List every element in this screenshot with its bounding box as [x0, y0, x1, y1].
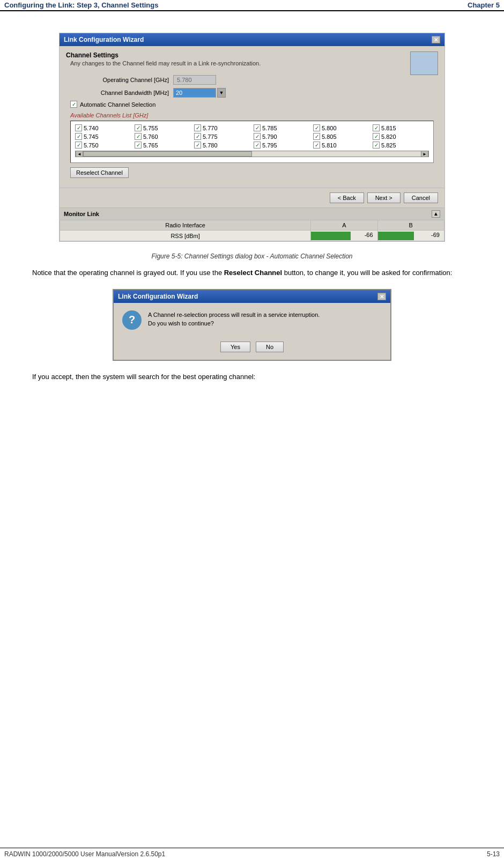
dialog2-title: Link Configuration Wizard: [118, 293, 198, 300]
back-btn[interactable]: < Back: [330, 192, 364, 203]
channel-item[interactable]: ✓5.765: [135, 142, 191, 149]
wizard1-title: Link Configuration Wizard: [64, 36, 144, 43]
channel-value: 5.790: [262, 134, 277, 140]
monitor-collapse-btn[interactable]: ▲: [432, 210, 440, 218]
channel-value: 5.795: [262, 142, 277, 149]
dialog2-no-btn[interactable]: No: [256, 342, 284, 352]
rss-b-bar: [378, 232, 414, 240]
channel-item[interactable]: ✓5.780: [194, 142, 250, 149]
rss-b-value: -69: [431, 232, 440, 238]
channel-item[interactable]: ✓5.775: [194, 133, 250, 140]
footer-left: RADWIN 1000/2000/5000 User ManualVersion…: [4, 850, 165, 858]
channel-checkbox[interactable]: ✓: [75, 133, 82, 140]
channel-bandwidth-label: Channel Bandwidth [MHz]: [66, 90, 173, 96]
channel-checkbox[interactable]: ✓: [135, 133, 142, 140]
cancel-btn[interactable]: Cancel: [404, 192, 438, 203]
rss-a-value: -66: [365, 232, 373, 238]
auto-channel-checkbox[interactable]: ✓: [70, 101, 77, 108]
monitor-link-title: Monitor Link: [64, 211, 99, 217]
dialog2: Link Configuration Wizard ✕ ? A Channel …: [113, 289, 391, 361]
rss-row: RSS [dBm] -66 -69: [60, 231, 444, 241]
channel-checkbox[interactable]: ✓: [254, 142, 261, 149]
channel-item[interactable]: ✓5.740: [75, 124, 131, 131]
channel-checkbox[interactable]: ✓: [254, 124, 261, 131]
rss-a-cell: -66: [311, 231, 377, 241]
channel-checkbox[interactable]: ✓: [135, 142, 142, 149]
screenshot-wizard1: Link Configuration Wizard ✕ Channel Sett…: [59, 33, 445, 242]
channels-scrollbar[interactable]: ◄ ►: [75, 151, 429, 157]
channel-item[interactable]: ✓5.815: [373, 124, 429, 131]
page-content: Link Configuration Wizard ✕ Channel Sett…: [0, 11, 504, 513]
channel-item[interactable]: ✓5.825: [373, 142, 429, 149]
channel-checkbox[interactable]: ✓: [373, 142, 380, 149]
page-spacer: [32, 389, 472, 496]
channel-checkbox[interactable]: ✓: [373, 133, 380, 140]
channel-bandwidth-value: 20: [176, 90, 182, 96]
operating-channel-value: 5.780: [173, 75, 216, 85]
channel-settings-desc: Any changes to the Channel field may res…: [70, 60, 438, 66]
channel-item[interactable]: ✓5.820: [373, 133, 429, 140]
channel-item[interactable]: ✓5.790: [254, 133, 310, 140]
body-text2: If you accept, then the system will sear…: [32, 372, 472, 382]
scrollbar-right-btn[interactable]: ►: [421, 151, 428, 157]
channel-value: 5.755: [143, 125, 158, 131]
channel-item[interactable]: ✓5.760: [135, 133, 191, 140]
channel-item[interactable]: ✓5.795: [254, 142, 310, 149]
channel-checkbox[interactable]: ✓: [194, 124, 201, 131]
channel-value: 5.740: [84, 125, 99, 131]
channel-item[interactable]: ✓5.805: [313, 133, 369, 140]
scrollbar-left-btn[interactable]: ◄: [76, 151, 83, 157]
wizard1-icon: [410, 51, 438, 75]
channel-checkbox[interactable]: ✓: [194, 133, 201, 140]
rss-b-cell: -69: [377, 231, 444, 241]
dialog2-line1: A Channel re-selection process will resu…: [148, 310, 320, 320]
channel-checkbox[interactable]: ✓: [75, 142, 82, 149]
channel-checkbox[interactable]: ✓: [194, 142, 201, 149]
col-b: B: [377, 220, 444, 231]
next-btn[interactable]: Next >: [367, 192, 401, 203]
channel-checkbox[interactable]: ✓: [135, 124, 142, 131]
reselect-channel-btn[interactable]: Reselect Channel: [70, 167, 129, 178]
channel-item[interactable]: ✓5.755: [135, 124, 191, 131]
body-text1: Notice that the operating channel is gra…: [32, 268, 472, 278]
col-a: A: [311, 220, 377, 231]
monitor-table: Radio Interface A B RSS [dBm] -66 -69: [60, 220, 444, 241]
dialog2-yes-btn[interactable]: Yes: [220, 342, 250, 352]
channel-checkbox[interactable]: ✓: [373, 124, 380, 131]
wizard1-close-btn[interactable]: ✕: [432, 36, 440, 43]
dialog2-close-btn[interactable]: ✕: [377, 293, 386, 300]
channel-item[interactable]: ✓5.810: [313, 142, 369, 149]
channel-checkbox[interactable]: ✓: [254, 133, 261, 140]
channel-value: 5.765: [143, 142, 158, 149]
footer-right: 5-13: [487, 850, 500, 858]
channel-value: 5.785: [262, 125, 277, 131]
page-header: Configuring the Link: Step 3, Channel Se…: [0, 0, 504, 11]
dialog2-btns: Yes No: [114, 337, 390, 360]
operating-channel-label: Operating Channel [GHz]: [66, 77, 173, 83]
channel-checkbox[interactable]: ✓: [313, 124, 320, 131]
dialog2-header: Link Configuration Wizard ✕: [114, 290, 390, 303]
channel-item[interactable]: ✓5.745: [75, 133, 131, 140]
scrollbar-track[interactable]: [83, 151, 421, 157]
channel-value: 5.775: [203, 134, 218, 140]
channel-value: 5.825: [381, 142, 396, 149]
channel-checkbox[interactable]: ✓: [313, 142, 320, 149]
channel-checkbox[interactable]: ✓: [75, 124, 82, 131]
channel-item[interactable]: ✓5.750: [75, 142, 131, 149]
channel-checkbox[interactable]: ✓: [313, 133, 320, 140]
channel-bandwidth-select[interactable]: 20: [173, 88, 216, 98]
channel-item[interactable]: ✓5.785: [254, 124, 310, 131]
col-interface: Radio Interface: [60, 220, 311, 231]
channel-bandwidth-row: Channel Bandwidth [MHz] 20 ▼: [66, 88, 438, 98]
dialog2-line2: Do you wish to continue?: [148, 319, 320, 328]
channel-bandwidth-arrow[interactable]: ▼: [217, 88, 226, 98]
channel-item[interactable]: ✓5.770: [194, 124, 250, 131]
header-left: Configuring the Link: Step 3, Channel Se…: [4, 1, 158, 9]
channel-value: 5.780: [203, 142, 218, 149]
available-channels-label: Available Channels List [GHz]: [70, 112, 438, 118]
channel-item[interactable]: ✓5.800: [313, 124, 369, 131]
channel-value: 5.800: [322, 125, 337, 131]
scrollbar-thumb: [83, 151, 252, 157]
figure-caption: Figure 5-5: Channel Settings dialog box …: [32, 253, 472, 260]
dialog2-question-icon: ?: [122, 310, 142, 330]
